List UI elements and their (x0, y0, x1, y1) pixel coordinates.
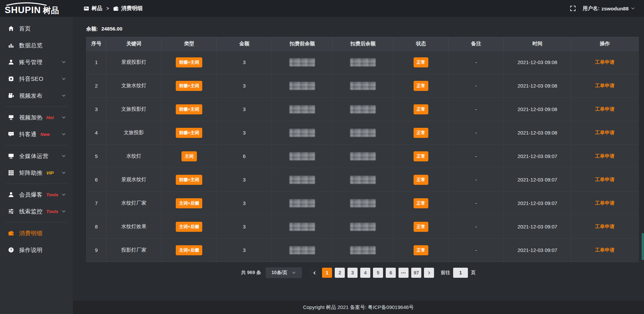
sidebar-item[interactable]: 矩阵助推VIP (0, 164, 73, 181)
chevron-down-icon (61, 76, 66, 81)
user-icon (8, 59, 14, 65)
sidebar-item[interactable]: 视频发布 (0, 87, 73, 104)
sidebar-item[interactable]: 账号管理 (0, 54, 73, 70)
home-icon (8, 25, 14, 32)
action-link[interactable]: 工单申请 (595, 177, 614, 182)
sidebar-item[interactable]: 全媒体运营 (0, 148, 73, 164)
post-balance-cell (333, 74, 393, 98)
sidebar-item-label: 操作说明 (19, 246, 43, 254)
action-link[interactable]: 工单申请 (595, 83, 614, 88)
row-seq: 9 (87, 239, 106, 262)
page-size-select[interactable]: 10条/页 (266, 267, 302, 278)
action-link[interactable]: 工单申请 (595, 200, 614, 206)
pre-balance-blur (289, 199, 315, 207)
sidebar-item[interactable]: 数据总览 (0, 37, 73, 54)
row-seq: 8 (87, 215, 106, 239)
copyright-text: Copyright 树品 2021 备案号: 粤ICP备09019646号 (303, 304, 414, 311)
action-link[interactable]: 工单申请 (595, 153, 614, 159)
post-balance-cell (333, 168, 393, 192)
sidebar-item-label: 抖音SEO (19, 75, 43, 83)
page-ellipsis-button[interactable]: ••• (398, 268, 409, 278)
topbar: SHUPIN 树品 树品 > 消费明细 用户名: zswodun88 (0, 0, 644, 17)
sidebar-item-label: 视频发布 (19, 92, 43, 100)
action-cell: 工单申请 (571, 215, 639, 239)
pre-balance-cell (272, 168, 333, 192)
amount-cell: 3 (217, 74, 272, 98)
page-number-button[interactable]: 5 (373, 268, 383, 278)
menu-badge: Tools (46, 209, 58, 214)
action-link[interactable]: 工单申请 (595, 130, 614, 135)
sidebar-item[interactable]: 线索监控Tools (0, 203, 73, 220)
type-badge: 前缀+主词 (176, 128, 203, 138)
row-seq: 3 (87, 98, 106, 121)
table-header-cell: 扣费后余额 (333, 37, 393, 51)
screen-icon (8, 114, 14, 120)
logo-text-en: SHUPIN (5, 5, 41, 15)
sidebar-item[interactable]: 抖音SEO (0, 70, 73, 87)
table-header-cell: 备注 (448, 37, 504, 51)
sidebar-item[interactable]: 视频加热Hot (0, 109, 73, 126)
status-badge: 正常 (414, 198, 428, 208)
sidebar-item[interactable]: ?操作说明 (0, 242, 73, 258)
time-cell: 2021-12-03 09:07 (504, 168, 571, 192)
sidebar-item[interactable]: 抖客通New (0, 126, 73, 143)
chevron-down-icon (291, 270, 296, 275)
time-cell: 2021-12-03 09:07 (504, 239, 571, 262)
consumption-table-wrap: 序号关键词类型金额扣费前余额扣费后余额状态备注时间操作 1景观投影灯前缀+主词3… (86, 37, 639, 262)
action-link[interactable]: 工单申请 (595, 106, 614, 112)
pre-balance-cell (272, 215, 333, 239)
goto-page-input[interactable] (453, 268, 468, 278)
remark-cell: - (448, 121, 504, 145)
menu-badge: Tools (46, 192, 58, 197)
pre-balance-cell (272, 98, 333, 121)
goto-page: 前往 页 (441, 268, 476, 278)
app-logo[interactable]: SHUPIN 树品 (0, 1, 73, 16)
action-link[interactable]: 工单申请 (595, 247, 614, 253)
table-row: 7水纹灯厂家主词+后缀3正常-2021-12-03 09:07工单申请 (87, 192, 639, 215)
menu-badge: Hot (46, 115, 54, 120)
row-seq: 6 (87, 168, 106, 192)
type-badge: 前缀+主词 (176, 81, 203, 91)
chevron-down-icon (61, 93, 66, 98)
action-link[interactable]: 工单申请 (595, 59, 614, 65)
type-badge: 前缀+主词 (176, 57, 203, 67)
user-menu[interactable]: 用户名: zswodun88 (583, 5, 635, 12)
action-link[interactable]: 工单申请 (595, 224, 614, 229)
topbar-right: 用户名: zswodun88 (570, 5, 644, 12)
breadcrumb: 树品 > 消费明细 (84, 5, 143, 12)
sidebar-item-label: 线索监控 (19, 208, 43, 215)
page-number-button[interactable]: 3 (347, 268, 358, 278)
amount-cell: 6 (217, 145, 272, 168)
status-cell: 正常 (393, 215, 449, 239)
breadcrumb-item-home[interactable]: 树品 (84, 5, 102, 12)
status-badge: 正常 (414, 151, 428, 161)
sidebar-item[interactable]: 消费明细 (0, 225, 73, 242)
sidebar-item[interactable]: 首页 (0, 20, 73, 37)
action-cell: 工单申请 (571, 51, 639, 74)
next-page-button[interactable] (424, 268, 434, 278)
fullscreen-icon[interactable] (570, 5, 576, 11)
type-badge: 前缀+主词 (176, 104, 203, 114)
keyword-cell: 水纹灯厂家 (106, 192, 162, 215)
page-number-button[interactable]: 2 (335, 268, 345, 278)
page-number-button[interactable]: 97 (411, 268, 421, 278)
scrollbar-thumb[interactable] (642, 233, 644, 260)
status-badge: 正常 (414, 222, 428, 232)
page-number-button[interactable]: 4 (360, 268, 370, 278)
post-balance-blur (350, 152, 376, 160)
pre-balance-cell (272, 145, 333, 168)
keyword-cell: 景观水纹灯 (106, 168, 162, 192)
consumption-table: 序号关键词类型金额扣费前余额扣费后余额状态备注时间操作 1景观投影灯前缀+主词3… (86, 37, 639, 262)
post-balance-blur (350, 129, 376, 137)
breadcrumb-item-current[interactable]: 消费明细 (113, 5, 143, 12)
page-number-button[interactable]: 6 (386, 268, 396, 278)
sidebar-item[interactable]: 会员爆客Tools (0, 186, 73, 203)
page-number-button[interactable]: 1 (322, 268, 332, 278)
question-icon: ? (8, 247, 14, 253)
username-label: 用户名: (583, 5, 599, 12)
type-cell: 前缀+主词 (161, 74, 217, 98)
sidebar-menu: 首页数据总览账号管理抖音SEO视频发布视频加热Hot抖客通New全媒体运营矩阵助… (0, 17, 73, 314)
menu-badge: VIP (46, 170, 54, 175)
prev-page-button[interactable] (309, 268, 319, 278)
action-cell: 工单申请 (571, 98, 639, 121)
